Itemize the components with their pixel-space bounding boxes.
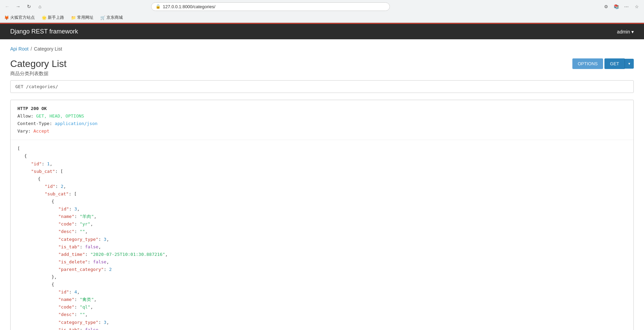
json-is-tab-3: "is_tab": false,	[17, 243, 627, 251]
home-button[interactable]: ⌂	[35, 2, 44, 11]
response-body: [ { "id": 1, "sub_cat": [ { "id": 2, "su…	[11, 140, 633, 330]
bookmark-jd[interactable]: 🛒 京东商城	[99, 14, 124, 21]
drf-title: Django REST framework	[10, 28, 78, 35]
response-allow-line: Allow: GET, HEAD, OPTIONS	[17, 112, 627, 120]
address-bar: 🔒 127.0.0.1:8000/categories/	[151, 2, 390, 11]
content-type-value: application/json	[55, 121, 98, 126]
jd-icon: 🛒	[100, 15, 105, 20]
json-sub-cat-2: "sub_cat": [	[17, 190, 627, 198]
json-line-open-obj2: {	[17, 175, 627, 183]
folder-icon: 📁	[71, 15, 76, 20]
bookmark-firefox-label: 火狐官方站点	[10, 15, 35, 20]
json-line-open-array: [	[17, 145, 627, 152]
json-sub-cat-1: "sub_cat": [	[17, 168, 627, 175]
json-is-delete-3: "is_delete": false,	[17, 258, 627, 266]
response-status: HTTP 200 OK	[17, 106, 47, 111]
json-line-open-obj3: {	[17, 198, 627, 205]
allow-value: GET, HEAD, OPTIONS	[36, 113, 84, 119]
user-menu[interactable]: admin ▾	[617, 29, 634, 35]
browser-actions: ⚙ 📚 ⋯ ☆	[602, 2, 641, 11]
json-desc-3: "desc": "",	[17, 228, 627, 235]
bookmark-jd-label: 京东商城	[106, 15, 123, 20]
page-subtitle: 商品分类列表数据	[10, 71, 67, 77]
json-line-close-obj3: },	[17, 273, 627, 281]
refresh-button[interactable]: ↻	[25, 2, 33, 11]
url-text: 127.0.0.1:8000/categories/	[163, 4, 385, 9]
breadcrumb: Api Root / Category List	[10, 46, 634, 52]
json-is-tab-4: "is_tab": false,	[17, 326, 627, 330]
bookmark-common-label: 常用网址	[77, 15, 93, 20]
breadcrumb-api-root[interactable]: Api Root	[10, 46, 29, 52]
back-button[interactable]: ←	[3, 2, 12, 11]
vary-label: Vary:	[17, 128, 31, 134]
browser-chrome: ← → ↻ ⌂ 🔒 127.0.0.1:8000/categories/ ⚙ 📚…	[0, 0, 644, 23]
get-dropdown-button[interactable]: ▾	[625, 59, 634, 69]
page-header: Category List 商品分类列表数据 OPTIONS GET ▾	[10, 58, 634, 77]
allow-label: Allow:	[17, 113, 33, 119]
json-id-4: "id": 4,	[17, 288, 627, 296]
breadcrumb-separator: /	[31, 46, 32, 52]
json-parent-cat-3: "parent_category": 2	[17, 266, 627, 273]
bookmark-newbie-label: 新手上路	[48, 15, 64, 20]
response-headers: HTTP 200 OK Allow: GET, HEAD, OPTIONS Co…	[11, 100, 633, 140]
request-method: GET	[15, 84, 23, 89]
get-button[interactable]: GET	[604, 58, 625, 69]
lock-icon: 🔒	[156, 4, 161, 9]
newbie-icon: 🌟	[42, 15, 46, 20]
response-panel: HTTP 200 OK Allow: GET, HEAD, OPTIONS Co…	[10, 100, 634, 330]
json-code: [ { "id": 1, "sub_cat": [ { "id": 2, "su…	[17, 145, 627, 330]
json-id-3: "id": 3,	[17, 205, 627, 213]
page-title-group: Category List 商品分类列表数据	[10, 58, 67, 77]
request-box: GET /categories/	[10, 80, 634, 93]
response-content-type-line: Content-Type: application/json	[17, 120, 627, 127]
json-desc-4: "desc": "",	[17, 311, 627, 318]
json-line-open-obj1: {	[17, 152, 627, 160]
json-line-open-obj4: {	[17, 281, 627, 288]
json-name-4: "name": "禽类",	[17, 296, 627, 303]
options-button[interactable]: OPTIONS	[572, 58, 603, 69]
bookmark-common[interactable]: 📁 常用网址	[70, 14, 95, 21]
forward-button[interactable]: →	[14, 2, 23, 11]
json-add-time-3: "add_time": "2020-07-25T10:01:30.887216"…	[17, 251, 627, 258]
more-button[interactable]: ⋯	[622, 2, 631, 11]
json-code-3: "code": "yr",	[17, 220, 627, 228]
json-code-4: "code": "ql",	[17, 303, 627, 311]
reading-view-button[interactable]: 📚	[612, 2, 621, 11]
content-type-label: Content-Type:	[17, 121, 52, 126]
request-path: /categories/	[26, 84, 58, 89]
get-button-group: GET ▾	[604, 58, 634, 69]
json-category-type-3: "category_type": 3,	[17, 236, 627, 243]
page-title: Category List	[10, 58, 67, 69]
response-vary-line: Vary: Accept	[17, 127, 627, 135]
header-buttons: OPTIONS GET ▾	[572, 58, 634, 69]
firefox-icon: 🦊	[4, 15, 9, 20]
drf-header: Django REST framework admin ▾	[0, 24, 644, 39]
breadcrumb-current: Category List	[34, 46, 62, 52]
main-content: Api Root / Category List Category List 商…	[0, 39, 644, 330]
json-id-1: "id": 1,	[17, 160, 627, 168]
json-name-3: "name": "羊肉",	[17, 213, 627, 220]
json-id-2: "id": 2,	[17, 183, 627, 190]
json-category-type-4: "category_type": 3,	[17, 319, 627, 326]
browser-toolbar: ← → ↻ ⌂ 🔒 127.0.0.1:8000/categories/ ⚙ 📚…	[0, 0, 644, 13]
username: admin	[617, 29, 630, 35]
bookmark-newbie[interactable]: 🌟 新手上路	[40, 14, 65, 21]
bookmarks-bar: 🦊 火狐官方站点 🌟 新手上路 📁 常用网址 🛒 京东商城	[0, 13, 644, 23]
user-dropdown-arrow: ▾	[631, 29, 634, 35]
response-status-line: HTTP 200 OK	[17, 105, 627, 112]
vary-value: Accept	[33, 128, 49, 134]
bookmark-firefox[interactable]: 🦊 火狐官方站点	[3, 14, 36, 21]
extensions-button[interactable]: ⚙	[602, 2, 611, 11]
bookmark-button[interactable]: ☆	[632, 2, 641, 11]
